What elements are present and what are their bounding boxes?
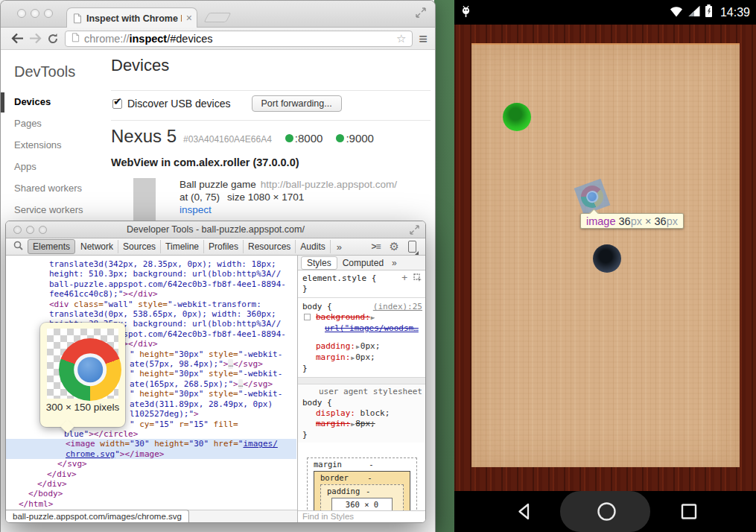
property-checkbox[interactable] (304, 314, 311, 320)
code-line[interactable]: ball-puzzle.appspot.com/642ec0b3-fb8f-4e… (6, 279, 296, 289)
code-line[interactable]: translate3d(342px, 28.35px, 0px); width:… (6, 259, 296, 269)
back-icon[interactable] (8, 31, 26, 47)
css-property[interactable]: margin:▶0px; (302, 352, 422, 364)
webview-page-row: Ball puzzle gamehttp://ball-puzzle.appsp… (111, 178, 397, 221)
devtools-titlebar: Developer Tools - ball-puzzle.appspot.co… (6, 221, 425, 238)
sidebar-item-service-workers[interactable]: Service workers (1, 200, 105, 221)
css-property[interactable]: margin:▶8px; (302, 419, 422, 430)
expand-window-icon[interactable] (410, 224, 419, 238)
more-panels-icon[interactable]: » (392, 258, 397, 268)
chrome-logo-image (59, 338, 121, 401)
sidebar-item-extensions[interactable]: Extensions (1, 135, 105, 156)
code-line[interactable]: </html> (6, 499, 296, 509)
home-button[interactable] (597, 501, 617, 522)
browser-tab[interactable]: Inspect with Chrome Devel × (66, 7, 197, 28)
css-property[interactable]: display: block; (302, 408, 422, 419)
code-line[interactable]: translate3d(0px, 538.65px, 0px); width: … (6, 309, 296, 319)
close-tab-icon[interactable]: × (186, 12, 192, 24)
menu-icon[interactable]: ≡ (419, 31, 428, 46)
devtools-tab-audits[interactable]: Audits (296, 240, 330, 253)
user-agent-rule[interactable]: user agent stylesheet body { display: bl… (298, 384, 426, 443)
forward-icon[interactable] (26, 31, 44, 47)
expand-window-icon[interactable] (416, 7, 426, 21)
inspect-element-icon[interactable] (413, 273, 422, 285)
new-tab-button[interactable] (204, 13, 232, 22)
code-line[interactable]: fee461cc40c8);"></div> (6, 289, 296, 299)
port-forwarding-button[interactable]: Port forwarding... (252, 95, 342, 112)
console-icon[interactable]: >≡ (372, 241, 381, 252)
code-line[interactable]: </body> (6, 489, 296, 498)
tab-title: Inspect with Chrome Devel (86, 13, 182, 24)
tab-computed[interactable]: Computed (337, 257, 389, 269)
port-status-dot (336, 134, 344, 142)
port-status: :8000 (285, 132, 323, 145)
address-bar[interactable]: chrome://inspect/#devices ☆ (65, 31, 413, 47)
devtools-tab-network[interactable]: Network (76, 240, 118, 253)
code-line[interactable]: blue"></circle> (6, 429, 296, 439)
window-titlebar: Inspect with Chrome Devel × (1, 1, 435, 28)
device-serial: #03A404160A4E66A4 (183, 134, 272, 145)
window-minimize-button[interactable] (31, 9, 39, 18)
devtools-tab-resources[interactable]: Resources (244, 240, 296, 253)
image-preview-tooltip: 300 × 150 pixels (40, 323, 125, 427)
page-position: at (0, 75) (180, 191, 220, 203)
code-line[interactable]: height: 510.3px; background: url(blob:ht… (6, 269, 296, 279)
devtools-tab-profiles[interactable]: Profiles (204, 240, 244, 253)
stylesheet-source-link[interactable]: (index):25 (373, 301, 422, 312)
css-property-disabled[interactable]: background:▶ (302, 312, 422, 323)
settings-gear-icon[interactable]: ⚙ (390, 240, 399, 253)
devtools-window-title: Developer Tools - ball-puzzle.appspot.co… (6, 224, 425, 235)
sidebar-title: DevTools (14, 63, 75, 80)
checkmark-icon: ✔ (113, 95, 122, 107)
code-line[interactable]: </div> (6, 479, 296, 489)
code-line[interactable]: <image width="30" height="30" href="imag… (6, 439, 296, 449)
window-zoom-button[interactable] (44, 9, 53, 18)
devtools-tab-sources[interactable]: Sources (118, 240, 161, 253)
image-dimensions: 300 × 150 pixels (40, 402, 125, 413)
sidebar-item-apps[interactable]: Apps (1, 156, 105, 178)
port-status-dot (285, 134, 293, 142)
css-url-value[interactable]: url("images/woodsm… (302, 323, 422, 334)
clock-time: 14:39 (720, 6, 750, 19)
find-in-styles-input[interactable]: Find in Styles (298, 510, 426, 522)
sidebar-item-pages[interactable]: Pages (1, 113, 105, 135)
sidebar-item-shared-workers[interactable]: Shared workers (1, 178, 105, 200)
ua-stylesheet-label: user agent stylesheet (302, 387, 422, 397)
window-close-button[interactable] (17, 9, 26, 18)
search-icon[interactable] (13, 240, 23, 253)
code-line[interactable]: chrome.svg"></image> (6, 449, 296, 459)
code-line[interactable]: </div> (6, 469, 296, 479)
tab-styles[interactable]: Styles (301, 256, 337, 270)
code-line[interactable]: </svg> (6, 459, 296, 469)
css-property[interactable]: padding:▶0px; (302, 341, 422, 352)
cell-signal-icon (687, 5, 701, 20)
sidebar-item-devices[interactable]: Devices (1, 92, 105, 113)
element-style-rule[interactable]: element.style { } + (298, 270, 426, 298)
android-screen: 14:39 image 36px × 36px (454, 0, 756, 532)
css-rule-body[interactable]: (index):25body { background:▶ url("image… (298, 298, 426, 378)
back-button[interactable] (515, 501, 534, 522)
new-style-rule-icon[interactable]: + (401, 273, 407, 285)
screen: Inspect with Chrome Devel × chro (0, 0, 756, 532)
game-background: image 36px × 36px (454, 25, 756, 491)
devtools-tab-timeline[interactable]: Timeline (161, 240, 204, 253)
devtools-tab-bar: ElementsNetworkSourcesTimelineProfilesRe… (28, 238, 331, 255)
devtools-tab-elements[interactable]: Elements (28, 239, 75, 254)
inspect-link[interactable]: inspect (180, 204, 212, 215)
more-tabs-icon[interactable]: » (337, 241, 342, 253)
url-text: chrome://inspect/#devices (84, 33, 212, 45)
bookmark-star-icon[interactable]: ☆ (396, 32, 406, 45)
code-line[interactable]: <div class="wall" style="-webkit-transfo… (6, 300, 296, 309)
page-title: Devices (111, 56, 169, 75)
device-mode-icon[interactable] (408, 241, 416, 253)
reload-icon[interactable] (44, 31, 62, 47)
discover-usb-checkbox[interactable]: ✔ (112, 99, 122, 109)
transparency-checkerboard (47, 329, 118, 399)
dark-ball[interactable] (593, 244, 621, 273)
page-url[interactable]: http://ball-puzzle.appspot.com/ (261, 179, 397, 190)
game-playfield[interactable]: image 36px × 36px (471, 43, 740, 467)
green-ball[interactable] (503, 103, 531, 131)
device-name: Nexus 5 (111, 126, 177, 147)
box-model-diagram[interactable]: margin- border- padding- 360 × 0 (307, 457, 417, 513)
recents-button[interactable] (679, 501, 699, 522)
